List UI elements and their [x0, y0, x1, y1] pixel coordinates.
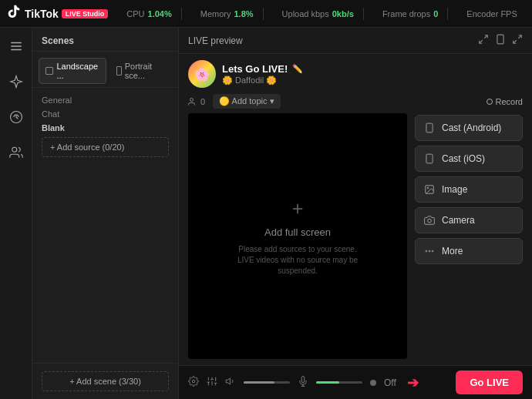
- portrait-tab[interactable]: Portrait sce...: [109, 58, 172, 84]
- divider-2: [263, 8, 264, 20]
- mobile-icon[interactable]: [495, 34, 506, 47]
- mixer-icon[interactable]: [207, 376, 217, 389]
- chat-category: Chat: [42, 106, 169, 120]
- image-source-button[interactable]: Image: [415, 176, 523, 203]
- camera-source-button[interactable]: Camera: [415, 207, 523, 233]
- svg-point-20: [429, 250, 430, 252]
- bottom-bar: Off ➔ Go LIVE: [179, 365, 532, 399]
- svg-point-19: [426, 250, 427, 252]
- live-studio-badge: LIVE Studio: [62, 9, 109, 18]
- source-section: General Chat Blank + Add source (0/20): [32, 88, 178, 363]
- scene-tabs: Landscape ... Portrait sce...: [32, 52, 178, 88]
- crop-icon[interactable]: [478, 34, 489, 47]
- more-icon: [423, 245, 436, 257]
- channel-subtitle: 🌼 Daffodil 🌼: [222, 75, 523, 86]
- viewers-count: 0: [188, 97, 205, 106]
- divider-3: [363, 8, 364, 20]
- frames-stat: Frame drops 0: [382, 9, 438, 18]
- add-fullscreen-label: Add full screen: [264, 226, 331, 238]
- analytics-icon-button[interactable]: [5, 106, 27, 128]
- encoder-label: Encoder FPS: [466, 9, 517, 18]
- avatar: 🌸: [188, 60, 216, 88]
- more-sources-button[interactable]: More: [415, 238, 523, 264]
- svg-line-6: [480, 40, 483, 43]
- settings-icon[interactable]: [188, 376, 199, 389]
- record-button[interactable]: Record: [487, 97, 523, 106]
- edit-icon[interactable]: ✏️: [292, 64, 303, 74]
- preview-header: LIVE preview: [179, 28, 532, 54]
- add-scene-label: + Add scene (3/30): [69, 377, 141, 386]
- add-scene-button[interactable]: + Add scene (3/30): [42, 371, 169, 391]
- cast-android-label: Cast (Android): [442, 122, 501, 133]
- channel-info: 🌸 Lets Go LIVE! ✏️ 🌼 Daffodil 🌼: [179, 54, 532, 91]
- frames-label: Frame drops: [382, 9, 430, 18]
- upload-value: 0kb/s: [332, 9, 354, 18]
- landscape-tab-label: Landscape ...: [56, 62, 99, 80]
- viewer-count-text: 0: [200, 97, 205, 106]
- portrait-tab-icon: [116, 66, 122, 75]
- cast-android-button[interactable]: Cast (Android): [415, 115, 523, 141]
- microphone-icon[interactable]: [298, 376, 308, 389]
- sidebar-toggle-button[interactable]: [5, 35, 27, 57]
- svg-point-22: [192, 380, 195, 383]
- add-source-button[interactable]: + Add source (0/20): [42, 137, 169, 157]
- source-buttons: Cast (Android) Cast (iOS): [415, 113, 523, 359]
- memory-value: 1.8%: [234, 9, 254, 18]
- image-icon: [423, 183, 436, 196]
- live-preview-panel: LIVE preview: [179, 28, 532, 399]
- sparkle-icon-button[interactable]: [5, 71, 27, 92]
- live-controls: 0 🟡 Add topic ▾ Record: [179, 91, 532, 113]
- add-fullscreen-icon: ＋: [288, 196, 307, 220]
- cast-ios-button[interactable]: Cast (iOS): [415, 146, 523, 172]
- scenes-header: Scenes: [32, 28, 178, 52]
- upload-label: Upload kbps: [282, 9, 329, 18]
- off-status-label: Off: [384, 377, 396, 388]
- preview-controls: [478, 34, 523, 47]
- status-indicator: [370, 380, 376, 386]
- preview-content: ＋ Add full screen Please add sources to …: [179, 113, 532, 365]
- app-name: TikTok: [25, 8, 59, 20]
- top-bar: TikTok LIVE Studio CPU 1.04% Memory 1.8%…: [0, 0, 532, 28]
- volume-icon[interactable]: [225, 376, 236, 389]
- volume-slider[interactable]: [244, 381, 290, 384]
- go-live-button[interactable]: Go LIVE: [456, 370, 523, 394]
- record-dot: [487, 99, 493, 105]
- preview-canvas: ＋ Add full screen Please add sources to …: [188, 113, 407, 359]
- svg-point-18: [428, 219, 432, 223]
- mic-level-track: [316, 381, 339, 384]
- upload-stat: Upload kbps 0kb/s: [282, 9, 354, 18]
- general-category: General: [42, 92, 169, 106]
- svg-point-4: [12, 147, 16, 152]
- dropdown-chevron-icon: ▾: [270, 96, 274, 106]
- svg-line-10: [513, 40, 517, 43]
- svg-line-5: [484, 35, 487, 39]
- frames-value: 0: [433, 9, 438, 18]
- main-layout: Scenes Landscape ... Portrait sce... Gen…: [0, 28, 532, 399]
- cpu-label: CPU: [126, 9, 144, 18]
- camera-icon: [423, 214, 436, 226]
- svg-rect-12: [426, 123, 433, 132]
- svg-point-21: [432, 250, 433, 252]
- mic-level-bar: [316, 381, 362, 384]
- expand-icon[interactable]: [512, 34, 523, 47]
- svg-point-11: [190, 98, 194, 101]
- svg-line-9: [518, 35, 521, 39]
- channel-details: Lets Go LIVE! ✏️ 🌼 Daffodil 🌼: [222, 63, 523, 86]
- cast-ios-label: Cast (iOS): [442, 153, 485, 164]
- cpu-value: 1.04%: [148, 9, 172, 18]
- scenes-panel: Scenes Landscape ... Portrait sce... Gen…: [32, 28, 179, 399]
- image-label: Image: [442, 184, 467, 195]
- add-fullscreen-hint: Please add sources to your scene. LIVE v…: [236, 244, 359, 277]
- svg-marker-32: [226, 378, 230, 384]
- landscape-tab[interactable]: Landscape ...: [39, 58, 106, 84]
- camera-label: Camera: [442, 215, 475, 226]
- add-topic-button[interactable]: 🟡 Add topic ▾: [213, 94, 281, 109]
- blank-category: Blank: [42, 120, 169, 134]
- cast-ios-icon: [423, 153, 436, 165]
- portrait-tab-label: Portrait sce...: [125, 62, 165, 80]
- app-logo: TikTok LIVE Studio: [6, 4, 108, 23]
- add-source-label: + Add source (0/20): [50, 142, 124, 152]
- users-icon-button[interactable]: [5, 142, 27, 163]
- divider-4: [447, 8, 448, 20]
- svg-rect-7: [497, 35, 503, 44]
